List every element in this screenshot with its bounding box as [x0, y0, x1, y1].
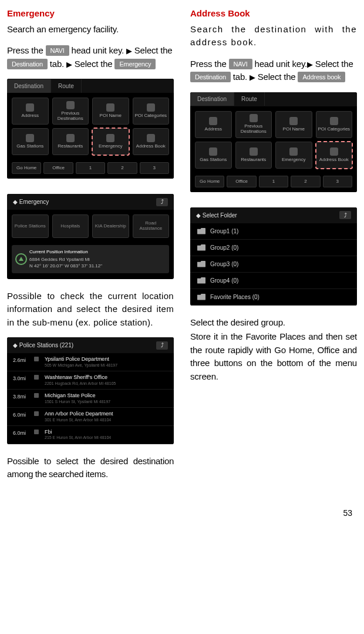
folder-icon	[197, 294, 205, 300]
dest-cell-previous-destinations[interactable]: Previous Destinations	[52, 98, 89, 125]
dest-cell-gas-stations[interactable]: Gas Stations	[12, 128, 49, 155]
section-title-addressbook: Address Book	[190, 7, 357, 21]
list-item[interactable]: 6.0miFbi215 E Huron St, Ann Arbor Mi 481…	[7, 426, 174, 444]
cell-icon	[250, 114, 258, 122]
cell-icon	[26, 103, 34, 112]
dest-cell-poi-name[interactable]: POI Name	[92, 98, 129, 125]
screenshot-emergency-list: ◆ Emergency ⤴ Police StationsHospitalsKI…	[7, 194, 174, 279]
list-distance: 2.6mi	[13, 356, 39, 365]
direction-icon	[34, 411, 39, 416]
folder-label: Group4 (0)	[210, 276, 238, 285]
page-number: 53	[7, 489, 357, 519]
emergency-cell-road-assistance[interactable]: Road Assistance	[133, 214, 170, 238]
folder-row[interactable]: Group2 (0)	[190, 240, 357, 256]
emergency-cell-hospitals[interactable]: Hospitals	[52, 214, 89, 238]
text: head unit key.	[69, 45, 126, 55]
list-distance: 6.0mi	[13, 411, 39, 420]
bottom-button-go-home[interactable]: Go Home	[12, 162, 41, 174]
dest-cell-previous-destinations[interactable]: Previous Destinations	[235, 111, 272, 138]
tab-route[interactable]: Route	[51, 79, 82, 93]
list-address: 1501 S Huron St, Ypsilanti Mi 48197	[45, 399, 168, 404]
dest-cell-poi-name[interactable]: POI Name	[275, 111, 312, 138]
back-icon[interactable]: ⤴	[339, 211, 351, 219]
dest-cell-address-book[interactable]: Address Book	[133, 128, 170, 155]
bottom-button-1[interactable]: 1	[76, 162, 105, 174]
cell-icon	[66, 101, 75, 109]
list-item[interactable]: 2.6miYpsilanti Police Department505 W Mi…	[7, 353, 174, 371]
emergency-cell-police-stations[interactable]: Police Stations	[12, 214, 49, 238]
dest-cell-emergency[interactable]: Emergency	[92, 128, 129, 155]
text: tab.	[231, 72, 250, 82]
addressbook-intro: Search the destination with the address …	[190, 23, 357, 49]
folder-row[interactable]: Favorite Places (0)	[190, 289, 357, 306]
tab-destination[interactable]: Destination	[190, 92, 234, 106]
dest-cell-emergency[interactable]: Emergency	[275, 142, 312, 169]
screenshot-destination-addressbook: Destination Route AddressPrevious Destin…	[190, 92, 357, 192]
direction-icon	[34, 357, 39, 361]
back-icon[interactable]: ⤴	[156, 341, 168, 350]
list-item[interactable]: 6.0miAnn Arbor Police Department301 E Hu…	[7, 408, 174, 426]
list-address: 2201 Hogback Rd, Ann Arbor Mi 48105	[45, 381, 168, 386]
cell-icon	[147, 134, 155, 142]
folder-icon	[197, 244, 205, 251]
dest-cell-poi-categories[interactable]: POI Categories	[133, 98, 170, 125]
bottom-button-office[interactable]: Office	[43, 162, 73, 174]
cell-label: POI Categories	[134, 113, 167, 119]
addressbook-caption2: Store it in the Favorite Places and then…	[190, 330, 357, 383]
dest-cell-restaurants[interactable]: Restaurants	[235, 142, 272, 169]
bottom-button-office[interactable]: Office	[227, 176, 256, 187]
emergency-intro: Search an emergency facility.	[7, 23, 174, 36]
bullet-icon: ◆ Select Folder	[196, 211, 237, 220]
cell-label: POI Categories	[318, 127, 350, 132]
destination-button: Destination	[190, 72, 231, 82]
folder-icon	[197, 261, 205, 267]
bottom-button-2[interactable]: 2	[107, 162, 137, 174]
cell-label: Restaurants	[58, 144, 83, 149]
dest-cell-restaurants[interactable]: Restaurants	[52, 128, 89, 155]
list-name: Fbi	[45, 429, 168, 435]
cell-label: Address	[205, 127, 222, 132]
bottom-button-3[interactable]: 3	[323, 176, 352, 187]
folder-row[interactable]: Group4 (0)	[190, 273, 357, 289]
cell-label: Gas Stations	[200, 157, 227, 163]
bottom-button-go-home[interactable]: Go Home	[195, 176, 224, 187]
cell-icon	[106, 103, 114, 112]
dest-cell-poi-categories[interactable]: POI Categories	[316, 111, 353, 138]
dest-cell-gas-stations[interactable]: Gas Stations	[195, 142, 232, 169]
text: head unit key.	[252, 59, 307, 69]
emergency-cell-kia-dealership[interactable]: KIA Dealership	[92, 214, 129, 238]
bottom-button-3[interactable]: 3	[140, 162, 169, 174]
folder-row[interactable]: Group1 (1)	[190, 223, 357, 240]
cell-label: Gas Stations	[16, 144, 43, 149]
text: tab.	[48, 59, 66, 69]
current-position-panel: Current Position Information 6884 Geddes…	[12, 245, 169, 273]
cell-icon	[330, 147, 338, 156]
list-address: 215 E Huron St, Ann Arbor Mi 48104	[45, 435, 168, 440]
cell-label: Address Book	[136, 144, 166, 149]
bottom-button-2[interactable]: 2	[291, 176, 320, 187]
folder-row[interactable]: Group3 (0)	[190, 256, 357, 273]
cell-icon	[66, 134, 75, 142]
dest-cell-address[interactable]: Address	[12, 98, 49, 125]
tab-destination[interactable]: Destination	[7, 79, 51, 93]
list-item[interactable]: 3.8miMichigan State Police1501 S Huron S…	[7, 390, 174, 408]
back-icon[interactable]: ⤴	[156, 198, 168, 206]
screenshot-select-folder: ◆ Select Folder ⤴ Group1 (1)Group2 (0)Gr…	[190, 207, 357, 306]
cell-label: Restaurants	[241, 157, 266, 163]
bottom-button-1[interactable]: 1	[259, 176, 288, 187]
tab-route[interactable]: Route	[234, 92, 265, 106]
cell-icon	[289, 147, 298, 156]
list-distance: 3.0mi	[13, 374, 39, 383]
dest-cell-address-book[interactable]: Address Book	[316, 142, 353, 169]
dest-cell-address[interactable]: Address	[195, 111, 232, 138]
navi-button: NAVI	[229, 59, 252, 69]
folder-icon	[197, 277, 205, 284]
list-name: Washtenaw Sheriff's Office	[45, 374, 168, 381]
folder-icon	[197, 228, 205, 234]
list-item[interactable]: 3.0miWashtenaw Sheriff's Office2201 Hogb…	[7, 371, 174, 390]
arrow-icon: ▶	[126, 46, 132, 55]
list-address: 505 W Michigan Ave, Ypsilanti Mi 48197	[45, 363, 168, 368]
cell-label: Address	[22, 113, 39, 119]
cell-label: Previous Destinations	[54, 111, 87, 122]
navi-button: NAVI	[46, 45, 69, 56]
